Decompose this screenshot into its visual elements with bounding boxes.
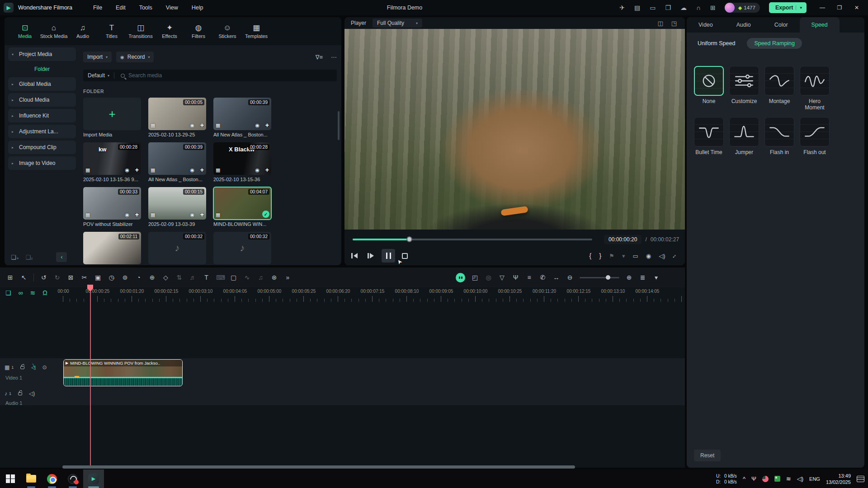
color-icon[interactable]: ⊚ (121, 274, 129, 281)
menu-help[interactable]: Help (192, 5, 203, 11)
sidebar-item-adjustment-la-[interactable]: ▸Adjustment La... (8, 125, 76, 138)
cloud-upload-icon[interactable]: ☁ (680, 4, 687, 11)
speed-icon[interactable]: ◷ (108, 274, 115, 281)
wifi-icon[interactable]: ≋ (786, 475, 791, 482)
timeline-clip[interactable]: ▶ MIND-BLOWING WINNING POV from Jackso.. (63, 359, 183, 386)
sidebar-item-folder[interactable]: Folder (8, 63, 76, 75)
mode-speed-ramping[interactable]: Speed Ramping (747, 38, 802, 49)
tab-color[interactable]: Color (763, 17, 800, 33)
search-bar[interactable]: Default ▾ (83, 70, 337, 81)
video-preview[interactable] (344, 29, 685, 230)
crop-icon[interactable]: ▣ (94, 274, 102, 281)
tab-templates[interactable]: ▦Templates (243, 24, 269, 39)
media-card[interactable]: 00:00:32 (213, 232, 271, 264)
eye-icon[interactable]: ⊙ (42, 364, 47, 371)
more-tools-icon[interactable]: » (284, 274, 292, 281)
zoom-slider-thumb[interactable] (606, 275, 610, 280)
add-to-timeline-icon[interactable]: + (200, 211, 204, 218)
more-options-icon[interactable]: ⋯ (331, 54, 337, 61)
close-button[interactable]: ✕ (850, 5, 863, 11)
taskbar-app-explorer[interactable] (21, 469, 42, 488)
audio-mixer-icon[interactable]: ≡ (525, 274, 533, 281)
caret-down-icon[interactable]: ▾ (652, 274, 660, 281)
shield-icon[interactable]: ▽ (498, 274, 506, 281)
sort-default-dropdown[interactable]: Default (88, 72, 105, 79)
layout-grid-icon[interactable]: ⊞ (6, 274, 14, 281)
media-card[interactable]: 00:00:15▦◉+2025-02-09 13-03-39 (148, 187, 206, 227)
add-to-timeline-icon[interactable]: + (135, 211, 139, 218)
minimize-button[interactable]: — (816, 5, 829, 11)
preset-none[interactable]: None (694, 66, 724, 111)
add-folder-icon[interactable]: ❏₊ (11, 254, 19, 261)
tab-stickers[interactable]: ☺Stickers (214, 24, 241, 39)
media-card[interactable]: 00:00:39▦◉+All New Atlas _ Boston... (148, 142, 206, 182)
snapshot-icon[interactable]: ◉ (646, 253, 651, 259)
notification-icon[interactable] (857, 476, 864, 482)
pause-button[interactable] (382, 249, 395, 263)
pip-layout-icon[interactable]: ◫ (657, 20, 663, 27)
marker-flag-icon[interactable]: ⚑ (609, 253, 614, 259)
record-disabled-icon[interactable]: ◎ (485, 274, 492, 281)
export-caret-icon[interactable]: ▾ (796, 5, 802, 10)
account-credits[interactable]: ◆ 1477 (725, 3, 760, 13)
preset-hero-moment[interactable]: Hero Moment (800, 66, 830, 111)
taskbar-app-obs[interactable] (62, 469, 83, 488)
add-to-timeline-icon[interactable]: + (135, 166, 139, 174)
add-to-timeline-icon[interactable]: + (200, 166, 204, 174)
add-to-timeline-icon[interactable]: + (265, 166, 269, 174)
audio-track-row[interactable] (0, 387, 685, 405)
sidebar-item-project-media[interactable]: ▾Project Media (8, 47, 76, 61)
maximize-button[interactable]: ❐ (833, 5, 846, 11)
split-icon[interactable]: ✂ (80, 274, 88, 281)
motion-track-icon[interactable]: ⊕ (148, 274, 156, 281)
track-manage-icon[interactable]: ≣ (639, 274, 646, 281)
reset-button[interactable]: Reset (694, 450, 721, 461)
media-card[interactable]: 00:00:05▦◉+2025-02-10 13-29-25 (148, 98, 206, 137)
support-headset-icon[interactable]: ∩ (696, 4, 701, 11)
layout-panel-icon[interactable]: ▭ (650, 4, 656, 11)
redo-icon[interactable]: ↻ (53, 274, 61, 281)
sidebar-item-compound-clip[interactable]: ▸Compound Clip (8, 141, 76, 154)
audio-ducking-icon[interactable]: ♬ (189, 274, 197, 281)
screen-record-icon[interactable]: ◰ (471, 274, 479, 281)
sidebar-item-influence-kit[interactable]: ▸Influence Kit (8, 109, 76, 122)
lock-icon[interactable] (18, 392, 22, 395)
tab-titles[interactable]: TTitles (99, 24, 125, 39)
expand-icon[interactable]: ↕ (671, 253, 678, 259)
display-icon[interactable]: ▭ (633, 253, 638, 259)
recording-status-icon[interactable] (762, 476, 769, 482)
filter-icon[interactable]: ∇≡ (316, 54, 323, 61)
sidebar-item-global-media[interactable]: ▸Global Media (8, 77, 76, 91)
timer-icon[interactable]: ◔ (135, 274, 142, 281)
menu-file[interactable]: File (93, 5, 102, 11)
tab-speed[interactable]: Speed (800, 17, 840, 33)
preset-flash-out[interactable]: Flash out (800, 117, 830, 155)
mark-out-icon[interactable]: } (599, 252, 601, 259)
timeline-scrollbar[interactable] (62, 465, 575, 469)
ai-audio-icon[interactable]: ⊛ (270, 274, 278, 281)
speech-to-text-icon[interactable]: ⌨ (216, 274, 224, 281)
device-settings-icon[interactable]: ✆ (539, 274, 547, 281)
delete-folder-icon[interactable]: ❏ₓ (26, 254, 33, 261)
progress-thumb[interactable] (406, 236, 412, 242)
task-list-icon[interactable]: ▤ (634, 4, 640, 11)
tab-audio[interactable]: Audio (725, 17, 763, 33)
sidebar-item-cloud-media[interactable]: ▸Cloud Media (8, 93, 76, 107)
gpu-tray-icon[interactable] (774, 476, 780, 482)
zoom-slider[interactable] (580, 277, 619, 278)
mute-speaker-icon[interactable]: ◁ (31, 364, 35, 371)
mark-in-icon[interactable]: { (589, 252, 591, 259)
menu-tools[interactable]: Tools (139, 5, 152, 11)
preset-customize[interactable]: Customize (729, 66, 759, 111)
media-card[interactable]: 00:04:07▦✓MIND-BLOWING WIN... (213, 187, 271, 227)
collapse-sidebar-button[interactable]: ‹ (56, 252, 67, 262)
speaker-icon[interactable]: ◁) (659, 253, 665, 259)
text-to-speech-icon[interactable]: T (203, 274, 210, 281)
playback-progress-bar[interactable] (353, 239, 592, 240)
adjust-icon[interactable]: ⇅ (175, 274, 183, 281)
media-card[interactable]: X Blackw00:00:28▦◉+2025-02-10 13-15-36 (213, 142, 271, 182)
next-frame-button[interactable] (363, 249, 377, 263)
import-button[interactable]: Import▾ (83, 52, 112, 62)
previous-frame-button[interactable] (347, 249, 361, 263)
scope-icon[interactable]: ◳ (671, 20, 677, 27)
